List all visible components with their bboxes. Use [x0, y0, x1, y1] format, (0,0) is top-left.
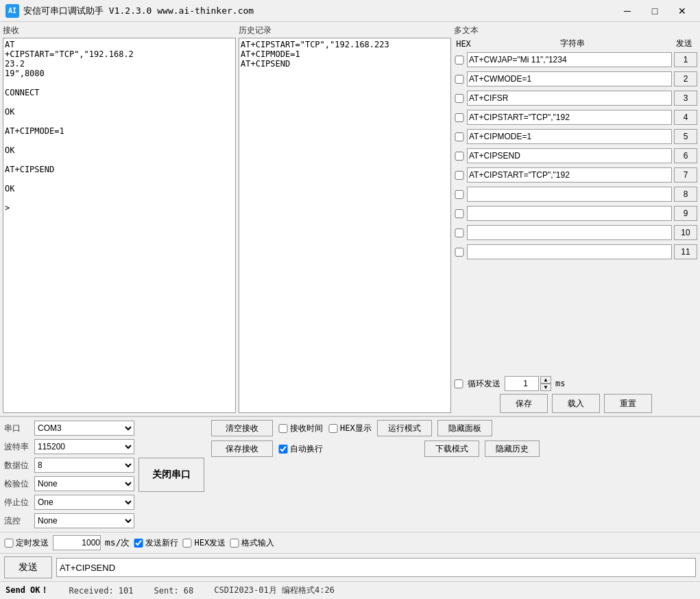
stop-bits-select[interactable]: One [34, 495, 134, 510]
parity-select[interactable]: None [34, 476, 134, 491]
loop-row: 循环发送 ▲ ▼ ms [454, 376, 697, 391]
loop-send-label: 循环发送 [468, 378, 500, 390]
multitext-send-btn-1[interactable]: 1 [674, 52, 697, 67]
multitext-input-9[interactable] [467, 206, 672, 221]
multitext-send-btn-6[interactable]: 6 [674, 148, 697, 163]
history-content[interactable]: AT+CIPSTART="TCP","192.168.223 AT+CIPMOD… [239, 38, 451, 413]
maximize-button[interactable]: □ [642, 1, 667, 21]
hex-display-label: HEX显示 [340, 423, 372, 434]
multitext-row: 7 [454, 166, 697, 184]
loop-spin-up[interactable]: ▲ [540, 376, 551, 384]
multitext-row: 6 [454, 147, 697, 165]
multitext-send-btn-7[interactable]: 7 [674, 167, 697, 183]
multitext-send-btn-8[interactable]: 8 [674, 187, 697, 202]
multitext-send-btn-9[interactable]: 9 [674, 206, 697, 221]
multitext-send-btn-3[interactable]: 3 [674, 91, 697, 106]
multitext-hex-checkbox-10[interactable] [454, 228, 465, 237]
hide-panel-button[interactable]: 隐藏面板 [437, 420, 492, 436]
multitext-input-11[interactable] [467, 244, 672, 259]
receive-panel: 接收 AT +CIPSTART="TCP","192.168.2 23.2 19… [3, 25, 236, 413]
send-input-row: 发送 [0, 554, 700, 581]
multitext-input-4[interactable] [467, 110, 672, 125]
app-icon: AI [5, 4, 19, 18]
multitext-send-btn-11[interactable]: 11 [674, 244, 697, 259]
clear-recv-button[interactable]: 清空接收 [211, 420, 273, 436]
recv-time-checkbox[interactable] [278, 424, 288, 433]
multitext-row: 4 [454, 108, 697, 126]
newline-checkbox[interactable] [134, 539, 143, 548]
port-select[interactable]: COM3 [34, 421, 134, 436]
send-button[interactable]: 发送 [4, 556, 52, 578]
format-input-checkbox[interactable] [230, 539, 239, 548]
multitext-input-8[interactable] [467, 187, 672, 202]
status-message: Send OK！ [5, 585, 49, 596]
minimize-button[interactable]: ─ [615, 1, 640, 21]
loop-spin-down[interactable]: ▼ [540, 384, 551, 391]
save-multitext-button[interactable]: 保存 [500, 394, 548, 413]
multitext-hex-checkbox-8[interactable] [454, 190, 465, 199]
download-mode-button[interactable]: 下载模式 [424, 441, 479, 457]
loop-send-checkbox[interactable] [454, 379, 463, 388]
multitext-input-10[interactable] [467, 225, 672, 240]
loop-value-input[interactable] [505, 376, 539, 391]
data-bits-row: 数据位 8 [4, 457, 134, 473]
multitext-input-3[interactable] [467, 91, 672, 106]
multitext-input-5[interactable] [467, 129, 672, 144]
multitext-row: 2 [454, 70, 697, 88]
data-bits-label: 数据位 [4, 460, 32, 471]
open-port-button[interactable]: 关闭串口 [138, 458, 204, 492]
multitext-send-btn-5[interactable]: 5 [674, 129, 697, 144]
save-recv-button[interactable]: 保存接收 [211, 441, 273, 457]
reset-multitext-button[interactable]: 重置 [604, 394, 652, 413]
baud-row: 波特率 115200 [4, 438, 134, 455]
flow-control-select[interactable]: None [34, 513, 134, 528]
titlebar: AI 安信可串口调试助手 V1.2.3.0 www.ai-thinker.com… [0, 0, 700, 22]
multitext-send-btn-4[interactable]: 4 [674, 110, 697, 125]
multitext-input-1[interactable] [467, 52, 672, 67]
hex-display-checkbox[interactable] [328, 424, 338, 433]
multitext-hex-checkbox-4[interactable] [454, 113, 465, 122]
close-button[interactable]: ✕ [670, 1, 695, 21]
multitext-hex-checkbox-9[interactable] [454, 209, 465, 218]
multitext-hex-checkbox-5[interactable] [454, 132, 465, 141]
multitext-hex-checkbox-1[interactable] [454, 56, 465, 64]
multitext-hex-checkbox-2[interactable] [454, 75, 465, 84]
multitext-row: 5 [454, 128, 697, 145]
multitext-send-btn-10[interactable]: 10 [674, 225, 697, 240]
multitext-hex-checkbox-3[interactable] [454, 94, 465, 103]
hex-send-checkbox[interactable] [182, 539, 192, 548]
baud-select[interactable]: 115200 [34, 439, 134, 454]
timer-send-checkbox[interactable] [4, 539, 14, 548]
col-str-label: 字符串 [476, 38, 668, 49]
run-mode-button[interactable]: 运行模式 [377, 420, 432, 436]
receive-textarea[interactable]: AT +CIPSTART="TCP","192.168.2 23.2 19",8… [3, 38, 236, 413]
title-text: 安信可串口调试助手 V1.2.3.0 www.ai-thinker.com [23, 5, 615, 17]
hide-history-button[interactable]: 隐藏历史 [485, 441, 540, 457]
load-multitext-button[interactable]: 载入 [552, 394, 600, 413]
multitext-header: HEX 字符串 发送 [454, 38, 697, 49]
timer-unit-label: ms/次 [105, 537, 130, 549]
auto-newline-label: 自动换行 [290, 443, 323, 455]
multitext-panel: 多文本 HEX 字符串 发送 1234567891011 循环发送 ▲ ▼ ms [454, 25, 697, 413]
port-row: 串口 COM3 [4, 420, 134, 436]
multitext-hex-checkbox-7[interactable] [454, 171, 465, 180]
recv-time-label: 接收时间 [290, 423, 323, 434]
data-bits-select[interactable]: 8 [34, 458, 134, 473]
multitext-send-btn-2[interactable]: 2 [674, 71, 697, 86]
multitext-row: 9 [454, 204, 697, 222]
multitext-input-2[interactable] [467, 71, 672, 86]
multitext-rows: 1234567891011 [454, 51, 697, 373]
send-input[interactable] [56, 558, 696, 577]
multitext-hex-checkbox-11[interactable] [454, 248, 465, 257]
auto-newline-checkbox[interactable] [278, 445, 288, 454]
multitext-row: 3 [454, 89, 697, 107]
hex-send-label: HEX发送 [194, 537, 226, 549]
status-info: CSDI2023-01月 编程格式4:26 [214, 585, 335, 596]
multitext-input-7[interactable] [467, 167, 672, 183]
flow-control-row: 流控 None [4, 513, 134, 529]
baud-label: 波特率 [4, 441, 32, 453]
multitext-hex-checkbox-6[interactable] [454, 152, 465, 161]
timer-value-input[interactable] [53, 535, 101, 550]
multitext-input-6[interactable] [467, 148, 672, 163]
bottom-area: 串口 COM3 波特率 115200 数据位 8 [0, 416, 700, 581]
